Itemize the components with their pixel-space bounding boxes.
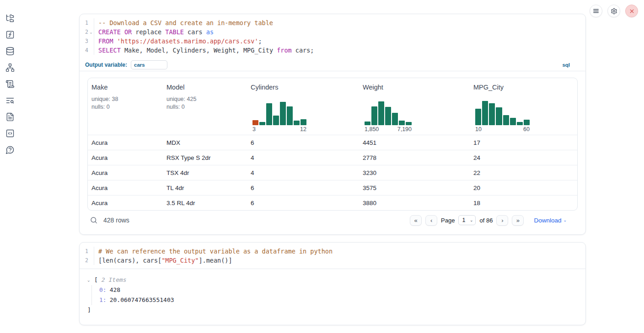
output-variable-label: Output variable: (85, 62, 127, 68)
column-header[interactable]: Cylinders312 (247, 78, 359, 135)
next-page-button[interactable]: › (496, 215, 508, 226)
column-header[interactable]: Weight1,8507,190 (359, 78, 470, 135)
table-cell: 6 (247, 139, 359, 146)
histogram-bar[interactable] (259, 122, 265, 125)
search-icon[interactable] (90, 216, 98, 224)
sidebar-item-snippets[interactable] (0, 125, 20, 142)
code-text: # We can reference the output variable a… (94, 247, 333, 256)
column-label: MPG_City (473, 84, 577, 91)
code-line[interactable]: 2⌄CREATE OR replace TABLE cars as (80, 27, 585, 37)
table-row[interactable]: AcuraTSX 4dr4323022 (88, 165, 577, 180)
histogram-bar[interactable] (378, 101, 384, 125)
code-token: from (277, 47, 292, 54)
shutdown-button[interactable] (625, 5, 638, 17)
sql-code-editor[interactable]: 1-- Download a CSV and create an in-memo… (80, 14, 585, 58)
column-label: Cylinders (251, 84, 359, 91)
sidebar-item-scratchpad[interactable] (0, 76, 20, 92)
histogram-bar[interactable] (266, 103, 272, 125)
output-variable-bar: Output variable: sql (80, 58, 585, 71)
download-button[interactable]: Download⌄ (534, 217, 567, 224)
sidebar-item-variables[interactable] (0, 26, 20, 43)
table-row[interactable]: Acura3.5 RL 4dr6388018 (88, 195, 577, 210)
table-cell: Acura (88, 185, 163, 191)
list-entries: 0:4281:20.060747663551403 (91, 285, 578, 305)
histogram-bar[interactable] (503, 115, 509, 125)
python-cell: 1# We can reference the output variable … (79, 242, 586, 325)
code-token: replace (132, 28, 165, 36)
first-page-button[interactable]: « (410, 215, 422, 226)
code-token: SELECT (98, 47, 121, 54)
histogram-bar[interactable] (371, 106, 377, 125)
histogram-bar[interactable] (489, 103, 495, 125)
histogram-bar[interactable] (399, 121, 405, 125)
prev-page-button[interactable]: ‹ (425, 215, 437, 226)
sidebar-item-dependency-graph[interactable] (0, 59, 20, 76)
code-token: Make, Model, Cylinders, Weight, MPG_City (121, 47, 277, 54)
code-line[interactable]: 3FROM 'https://datasets.marimo.app/cars.… (80, 37, 585, 46)
table-header-row: Makeunique: 38nulls: 0Modelunique: 425nu… (88, 78, 577, 135)
code-token: CREATE (98, 28, 121, 36)
histogram-bar[interactable] (273, 116, 279, 125)
code-text: -- Download a CSV and create an in-memor… (94, 18, 273, 27)
column-header[interactable]: MPG_City1060 (470, 78, 577, 135)
histogram-bar[interactable] (510, 118, 516, 125)
last-page-button[interactable]: » (512, 215, 524, 226)
settings-button[interactable] (607, 5, 620, 17)
histogram-bar[interactable] (482, 101, 488, 125)
list-item-index: 0: (99, 285, 107, 295)
column-header[interactable]: Makeunique: 38nulls: 0 (88, 78, 163, 135)
code-line[interactable]: 1# We can reference the output variable … (80, 247, 585, 256)
sidebar-item-file-explorer[interactable] (0, 10, 20, 26)
menu-button[interactable] (590, 5, 602, 17)
table-cell: 2778 (359, 154, 470, 161)
histogram-bar[interactable] (517, 122, 523, 125)
sidebar-item-logs[interactable] (0, 92, 20, 109)
snippets-icon (5, 129, 15, 138)
table-row[interactable]: AcuraTL 4dr6357520 (88, 180, 577, 195)
histogram-bar[interactable] (385, 107, 391, 125)
histogram-bar[interactable] (406, 122, 412, 125)
histogram-max-label: 60 (523, 126, 530, 132)
fold-chevron-icon[interactable]: ⌄ (88, 27, 94, 37)
histogram-bar[interactable] (280, 102, 286, 125)
table-row[interactable]: AcuraRSX Type S 2dr4277824 (88, 150, 577, 165)
sidebar-item-help[interactable] (0, 142, 20, 158)
histogram-bar[interactable] (301, 119, 306, 125)
python-code-editor[interactable]: 1# We can reference the output variable … (80, 243, 585, 269)
table-cell: 18 (470, 200, 577, 206)
table-row[interactable]: AcuraMDX6445117 (88, 135, 577, 150)
histogram-bar[interactable] (392, 113, 398, 125)
logs-icon (5, 96, 15, 105)
histogram-bar[interactable] (524, 120, 530, 125)
code-token: cars (184, 28, 206, 36)
code-token: TABLE (165, 28, 184, 36)
histogram-max-label: 12 (300, 126, 306, 132)
table-footer: 428 rows « ‹ Page 1 ⌄ of 86 › » Download… (87, 211, 578, 230)
table-cell: Acura (88, 154, 163, 161)
table-body: AcuraMDX6445117AcuraRSX Type S 2dr427782… (88, 135, 577, 210)
column-header[interactable]: Modelunique: 425nulls: 0 (163, 78, 247, 135)
code-line[interactable]: 4SELECT Make, Model, Cylinders, Weight, … (80, 46, 585, 55)
code-token: OR (124, 28, 132, 36)
histogram-bar[interactable] (252, 120, 258, 125)
histogram-bar[interactable] (496, 107, 502, 125)
output-variable-input[interactable] (131, 60, 167, 69)
histogram-bar[interactable] (365, 122, 370, 125)
code-text: [len(cars), cars["MPG_City"].mean()] (94, 256, 232, 265)
table-cell: RSX Type S 2dr (163, 154, 247, 161)
histogram-bar[interactable] (294, 121, 300, 125)
collapse-chevron-icon[interactable]: ⌄ (87, 275, 94, 285)
data-table: Makeunique: 38nulls: 0Modelunique: 425nu… (87, 78, 578, 211)
page-select[interactable]: 1 ⌄ (458, 215, 476, 225)
line-number: 3 (80, 37, 94, 46)
histogram-bar[interactable] (475, 109, 481, 125)
histogram-min-label: 3 (252, 126, 256, 132)
code-line[interactable]: 1-- Download a CSV and create an in-memo… (80, 18, 585, 27)
code-line[interactable]: 2[len(cars), cars["MPG_City"].mean()] (80, 256, 585, 265)
histogram-max-label: 7,190 (397, 126, 412, 132)
histogram-bar[interactable] (287, 106, 293, 125)
list-item-index: 1: (99, 295, 107, 305)
code-text: CREATE OR replace TABLE cars as (94, 27, 214, 37)
sidebar-item-datasources[interactable] (0, 43, 20, 59)
sidebar-item-documentation[interactable] (0, 109, 20, 125)
